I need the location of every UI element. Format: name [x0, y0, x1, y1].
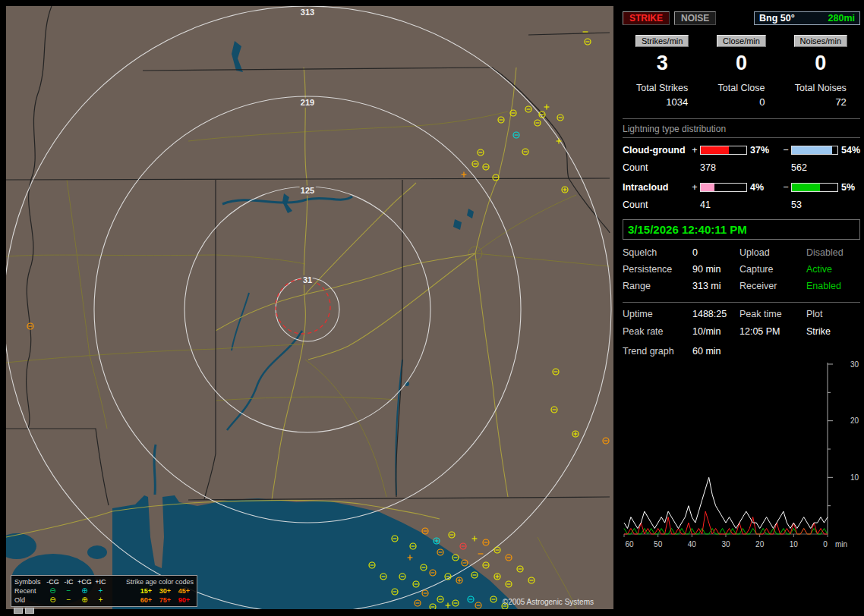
x-tick-label: 0: [823, 540, 828, 548]
age-code: 15+: [137, 587, 156, 595]
strike-mode-button[interactable]: STRIKE: [623, 11, 670, 25]
x-tick-label: 30: [721, 540, 730, 548]
legend-old-label: Old: [14, 596, 45, 604]
trend-graph: 1020306050403020100min: [623, 358, 860, 555]
stats-grid: Uptime 1488:25 Peak time Plot Peak rate …: [623, 309, 860, 337]
plot-label: Plot: [806, 309, 860, 319]
trend-series-strikes: [624, 477, 828, 528]
capture-status: Active: [806, 264, 860, 275]
ring-label-219: 219: [301, 98, 314, 107]
circle-minus-icon: ⊖: [45, 587, 61, 595]
window-chip[interactable]: [14, 608, 23, 614]
x-tick-label: 20: [755, 540, 765, 548]
receiver-label: Receiver: [739, 281, 806, 291]
neg-ic-percent: 5%: [838, 182, 861, 193]
count-label: Count: [623, 200, 689, 210]
upload-status: Disabled: [806, 247, 860, 258]
peak-rate-label: Peak rate: [623, 326, 692, 337]
trend-graph-label: Trend graph: [623, 346, 692, 357]
ring-label-313: 313: [301, 8, 314, 17]
neg-cg-bar: [791, 146, 838, 155]
legend-recent-row: Recent ⊖ − ⊕ + 15+ 30+ 45+: [14, 586, 194, 596]
peak-time-label: Peak time: [739, 309, 806, 319]
map-graphics: 313 219 125 31: [6, 6, 613, 609]
legend-symbols-header: Symbols: [14, 578, 45, 586]
pos-cg-percent: 37%: [747, 145, 780, 156]
neg-cg-count: 562: [791, 162, 838, 173]
cloud-ground-distribution: Cloud-ground + 37% − 54% Count 378 562: [623, 145, 860, 173]
circle-plus-icon: ⊕: [77, 587, 93, 595]
total-strikes-label: Total Strikes: [636, 83, 688, 93]
control-panel: STRIKE NOISE Bng 50° 280mi Strikes/min 3…: [619, 0, 864, 616]
range-value: 313 mi: [692, 281, 739, 291]
ring-label-31: 31: [303, 275, 312, 284]
total-close-label: Total Close: [718, 83, 765, 93]
noises-per-min-header[interactable]: Noises/min: [794, 35, 847, 47]
map-canvas[interactable]: 313 219 125 31 Symbols -CG -IC +CG +IC S…: [6, 6, 613, 609]
age-code: 60+: [137, 596, 156, 604]
x-tick-label: 40: [688, 540, 697, 548]
age-code: 30+: [156, 587, 175, 595]
capture-label: Capture: [739, 264, 806, 275]
noise-mode-button[interactable]: NOISE: [674, 11, 716, 25]
pos-ic-bar: [700, 183, 747, 192]
upload-label: Upload: [739, 247, 806, 258]
age-code: 75+: [156, 596, 175, 604]
mode-row: STRIKE NOISE Bng 50° 280mi: [623, 11, 860, 25]
age-code: 90+: [175, 596, 194, 604]
noises-per-min-value: 0: [781, 52, 860, 75]
circle-minus-icon: ⊖: [45, 596, 61, 604]
legend-header-row: Symbols -CG -IC +CG +IC Strike age color…: [14, 577, 194, 586]
squelch-label: Squelch: [623, 247, 692, 258]
uptime-value: 1488:25: [692, 309, 739, 319]
bearing-label: Bng 50°: [759, 13, 795, 24]
peak-rate-value: 10/min: [692, 326, 739, 337]
x-tick-label: 50: [654, 540, 663, 548]
age-code: 45+: [175, 587, 194, 595]
pos-ic-count: 41: [700, 200, 747, 210]
total-close-value: 0: [718, 96, 765, 108]
pos-cg-bar: [700, 146, 747, 155]
peak-time-value: 12:05 PM: [739, 326, 806, 337]
legend-col-pos-cg: +CG: [77, 578, 93, 586]
ring-label-125: 125: [301, 186, 314, 195]
neg-ic-count: 53: [791, 200, 838, 210]
trend-graph-value: 60 min: [692, 346, 860, 357]
settings-grid: Squelch 0 Upload Disabled Persistence 90…: [623, 247, 860, 291]
neg-cg-percent: 54%: [838, 145, 861, 156]
close-column: Close/min 0 Total Close 0: [702, 35, 780, 108]
range-label: Range: [623, 281, 692, 291]
strikes-per-min-header[interactable]: Strikes/min: [635, 35, 689, 47]
datetime-display: 3/15/2026 12:40:11 PM: [623, 219, 860, 240]
plot-value: Strike: [806, 326, 860, 337]
legend-col-neg-ic: -IC: [61, 578, 77, 586]
total-strikes-value: 1034: [636, 96, 688, 108]
x-axis-unit: min: [835, 540, 847, 548]
x-tick-label: 10: [790, 540, 799, 548]
intracloud-label: Intracloud: [623, 182, 689, 193]
y-tick-label: 10: [850, 473, 859, 482]
cloud-ground-label: Cloud-ground: [623, 145, 689, 156]
plus-icon: +: [93, 587, 109, 595]
count-label: Count: [623, 162, 689, 173]
minus-sign: −: [780, 182, 791, 193]
neg-ic-bar: [791, 183, 838, 192]
receiver-status: Enabled: [806, 281, 860, 291]
strikes-per-min-value: 3: [623, 52, 702, 75]
window-chip[interactable]: [25, 608, 34, 614]
close-per-min-header[interactable]: Close/min: [717, 35, 766, 47]
distribution-title: Lightning type distribution: [623, 124, 860, 138]
persistence-value: 90 min: [692, 264, 739, 275]
plus-sign: +: [689, 182, 700, 193]
y-tick-label: 30: [850, 360, 859, 369]
legend-old-row: Old ⊖ − ⊕ + 60+ 75+ 90+: [14, 596, 194, 605]
trend-row: Trend graph 60 min: [623, 346, 860, 357]
persistence-label: Persistence: [623, 264, 692, 275]
bearing-display: Bng 50° 280mi: [754, 11, 860, 25]
minus-icon: −: [61, 596, 77, 604]
legend-age-title: Strike age color codes: [126, 578, 194, 586]
datetime-text: 3/15/2026 12:40:11 PM: [628, 223, 747, 236]
legend-col-pos-ic: +IC: [93, 578, 109, 586]
squelch-value: 0: [692, 247, 739, 258]
bearing-range: 280mi: [828, 13, 855, 24]
